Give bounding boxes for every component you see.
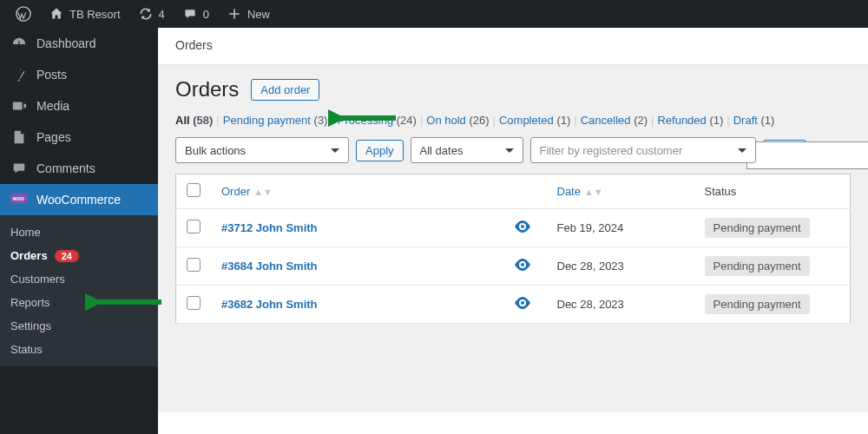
- apply-button[interactable]: Apply: [356, 140, 404, 161]
- orders-toolbar: Bulk actions Apply All dates Filter by r…: [175, 137, 851, 163]
- sidebar-item-comments[interactable]: Comments: [0, 153, 158, 184]
- gauge-icon: [10, 35, 28, 52]
- wp-logo[interactable]: [7, 0, 40, 28]
- svg-text:woo: woo: [12, 195, 24, 201]
- submenu-item-customers[interactable]: Customers: [0, 267, 158, 291]
- sort-icon: ▲▼: [584, 187, 603, 197]
- add-order-button[interactable]: Add order: [251, 79, 319, 101]
- search-input[interactable]: [746, 141, 868, 169]
- column-order[interactable]: Order▲▼: [211, 174, 503, 209]
- sidebar-item-pages[interactable]: Pages: [0, 122, 158, 153]
- breadcrumb: Orders: [175, 38, 851, 64]
- content-area: Orders Orders Add order All (58)|Pending…: [158, 28, 868, 434]
- row-checkbox[interactable]: [187, 258, 201, 272]
- customer-filter-select[interactable]: Filter by registered customer: [530, 137, 756, 163]
- svg-point-6: [521, 301, 524, 305]
- submenu-item-orders[interactable]: Orders24: [0, 244, 158, 267]
- filter-link[interactable]: On hold (26): [426, 114, 489, 127]
- row-checkbox[interactable]: [187, 220, 201, 233]
- order-date: Dec 28, 2023: [547, 286, 694, 324]
- admin-bar: TB Resort 4 0 New: [0, 0, 868, 28]
- select-all-checkbox[interactable]: [187, 183, 201, 197]
- preview-icon[interactable]: [503, 247, 547, 286]
- admin-sidebar: Dashboard Posts Media Pages Comments woo…: [0, 28, 158, 434]
- orders-table: Order▲▼ Date▲▼ Status #3712 John SmithFe…: [175, 174, 851, 324]
- submenu-item-home[interactable]: Home: [0, 220, 158, 244]
- filter-link[interactable]: All (58): [175, 114, 213, 127]
- order-date: Dec 28, 2023: [547, 247, 694, 286]
- filter-link[interactable]: Cancelled (2): [581, 114, 648, 127]
- filter-link[interactable]: Processing (24): [338, 114, 417, 127]
- svg-point-4: [521, 225, 524, 228]
- sidebar-item-posts[interactable]: Posts: [0, 59, 158, 90]
- status-filters: All (58)|Pending payment (3)|Processing …: [175, 114, 851, 127]
- comment-icon: [10, 160, 28, 177]
- column-date[interactable]: Date▲▼: [547, 174, 694, 209]
- status-badge: Pending payment: [705, 218, 810, 238]
- row-checkbox[interactable]: [187, 296, 201, 310]
- order-link[interactable]: #3682 John Smith: [221, 298, 318, 311]
- sidebar-item-media[interactable]: Media: [0, 90, 158, 122]
- preview-icon[interactable]: [503, 209, 547, 247]
- sidebar-item-label: Pages: [36, 130, 71, 144]
- site-name: TB Resort: [69, 8, 121, 21]
- plus-icon: [227, 6, 242, 22]
- pin-icon: [10, 66, 28, 83]
- bulk-actions-select[interactable]: Bulk actions: [175, 137, 349, 163]
- updates-count: 4: [159, 8, 165, 21]
- comments-link[interactable]: 0: [174, 0, 218, 28]
- sidebar-item-label: WooCommerce: [36, 193, 121, 207]
- preview-icon[interactable]: [503, 286, 547, 324]
- filter-link[interactable]: Completed (1): [499, 114, 570, 127]
- column-status: Status: [694, 174, 851, 209]
- filter-link[interactable]: Draft (1): [733, 114, 775, 127]
- table-row: #3684 John SmithDec 28, 2023Pending paym…: [176, 247, 851, 286]
- status-badge: Pending payment: [705, 256, 810, 276]
- sidebar-item-label: Dashboard: [36, 36, 96, 50]
- woocommerce-submenu: Home Orders24 Customers Reports Settings…: [0, 215, 158, 366]
- order-link[interactable]: #3712 John Smith: [221, 221, 318, 234]
- comments-count: 0: [203, 8, 209, 21]
- home-icon: [49, 6, 64, 22]
- order-date: Feb 19, 2024: [547, 209, 694, 247]
- svg-rect-1: [13, 102, 23, 110]
- sidebar-item-woocommerce[interactable]: wooWooCommerce: [0, 184, 158, 215]
- site-link[interactable]: TB Resort: [40, 0, 129, 28]
- submenu-item-status[interactable]: Status: [0, 338, 158, 361]
- table-row: #3712 John SmithFeb 19, 2024Pending paym…: [176, 209, 851, 247]
- page-icon: [10, 128, 28, 146]
- refresh-icon: [138, 6, 154, 22]
- wordpress-icon: [16, 6, 31, 22]
- table-row: #3682 John SmithDec 28, 2023Pending paym…: [176, 286, 851, 324]
- sidebar-item-label: Media: [36, 99, 69, 113]
- sort-icon: ▲▼: [253, 187, 273, 197]
- sidebar-item-label: Comments: [36, 161, 95, 175]
- filter-link[interactable]: Pending payment (3): [223, 114, 328, 127]
- orders-badge: 24: [55, 250, 79, 262]
- order-link[interactable]: #3684 John Smith: [221, 260, 318, 273]
- date-filter-select[interactable]: All dates: [411, 137, 523, 163]
- woocommerce-icon: woo: [10, 191, 28, 208]
- sidebar-item-dashboard[interactable]: Dashboard: [0, 28, 158, 59]
- svg-point-5: [521, 263, 524, 266]
- media-icon: [10, 97, 28, 115]
- sidebar-item-label: Posts: [36, 68, 67, 82]
- new-link[interactable]: New: [218, 0, 279, 28]
- filter-link[interactable]: Refunded (1): [657, 114, 723, 127]
- comment-icon: [182, 6, 198, 22]
- submenu-item-settings[interactable]: Settings: [0, 314, 158, 338]
- new-label: New: [247, 8, 270, 21]
- submenu-item-reports[interactable]: Reports: [0, 291, 158, 314]
- page-title: Orders: [175, 77, 239, 102]
- updates-link[interactable]: 4: [129, 0, 174, 28]
- status-badge: Pending payment: [705, 294, 810, 314]
